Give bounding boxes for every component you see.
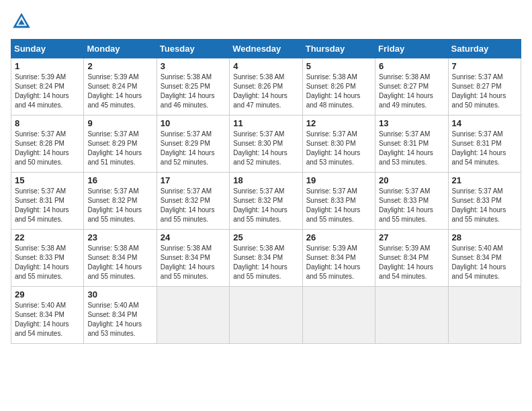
day-info: Sunrise: 5:39 AMSunset: 8:24 PMDaylight:… xyxy=(15,73,80,110)
calendar-day-cell: 4Sunrise: 5:38 AMSunset: 8:26 PMDaylight… xyxy=(230,58,302,116)
calendar-day-cell: 3Sunrise: 5:38 AMSunset: 8:25 PMDaylight… xyxy=(157,58,229,116)
day-number: 14 xyxy=(452,118,517,128)
day-number: 21 xyxy=(452,175,517,185)
day-number: 16 xyxy=(87,175,152,185)
day-info: Sunrise: 5:37 AMSunset: 8:31 PMDaylight:… xyxy=(379,130,444,167)
calendar-day-cell: 8Sunrise: 5:37 AMSunset: 8:28 PMDaylight… xyxy=(11,116,84,173)
day-info: Sunrise: 5:37 AMSunset: 8:29 PMDaylight:… xyxy=(87,130,152,167)
day-number: 10 xyxy=(161,118,226,128)
day-number: 6 xyxy=(379,61,444,71)
day-number: 25 xyxy=(233,232,298,242)
day-number: 20 xyxy=(379,175,444,185)
day-info: Sunrise: 5:37 AMSunset: 8:30 PMDaylight:… xyxy=(306,130,371,167)
calendar-day-cell: 10Sunrise: 5:37 AMSunset: 8:29 PMDayligh… xyxy=(157,116,229,173)
calendar-day-cell: 30Sunrise: 5:40 AMSunset: 8:34 PMDayligh… xyxy=(84,287,157,344)
calendar-day-cell xyxy=(375,287,448,344)
day-number: 15 xyxy=(15,175,80,185)
day-number: 19 xyxy=(306,175,371,185)
day-number: 30 xyxy=(87,289,152,300)
day-info: Sunrise: 5:37 AMSunset: 8:33 PMDaylight:… xyxy=(452,187,517,224)
calendar-week-row: 22Sunrise: 5:38 AMSunset: 8:33 PMDayligh… xyxy=(11,230,521,287)
day-of-week-header: Friday xyxy=(375,40,448,58)
day-number: 18 xyxy=(233,175,298,185)
day-info: Sunrise: 5:37 AMSunset: 8:32 PMDaylight:… xyxy=(87,187,152,224)
calendar-day-cell: 22Sunrise: 5:38 AMSunset: 8:33 PMDayligh… xyxy=(11,230,84,287)
day-number: 22 xyxy=(15,232,80,242)
day-of-week-header: Sunday xyxy=(11,40,84,58)
calendar-header-row: SundayMondayTuesdayWednesdayThursdayFrid… xyxy=(11,40,521,58)
calendar-day-cell xyxy=(157,287,229,344)
day-number: 13 xyxy=(379,118,444,128)
day-number: 8 xyxy=(15,118,80,128)
calendar-day-cell xyxy=(230,287,302,344)
day-info: Sunrise: 5:38 AMSunset: 8:33 PMDaylight:… xyxy=(15,244,80,281)
day-info: Sunrise: 5:39 AMSunset: 8:34 PMDaylight:… xyxy=(306,244,371,281)
calendar-table: SundayMondayTuesdayWednesdayThursdayFrid… xyxy=(11,39,521,344)
calendar-week-row: 8Sunrise: 5:37 AMSunset: 8:28 PMDaylight… xyxy=(11,116,521,173)
day-info: Sunrise: 5:37 AMSunset: 8:30 PMDaylight:… xyxy=(233,130,298,167)
calendar-day-cell: 25Sunrise: 5:38 AMSunset: 8:34 PMDayligh… xyxy=(230,230,302,287)
calendar-day-cell: 13Sunrise: 5:37 AMSunset: 8:31 PMDayligh… xyxy=(375,116,448,173)
day-number: 2 xyxy=(87,61,152,71)
calendar-day-cell: 14Sunrise: 5:37 AMSunset: 8:31 PMDayligh… xyxy=(448,116,521,173)
day-info: Sunrise: 5:37 AMSunset: 8:27 PMDaylight:… xyxy=(452,73,517,110)
day-info: Sunrise: 5:38 AMSunset: 8:34 PMDaylight:… xyxy=(161,244,226,281)
calendar-day-cell: 12Sunrise: 5:37 AMSunset: 8:30 PMDayligh… xyxy=(302,116,375,173)
day-info: Sunrise: 5:37 AMSunset: 8:28 PMDaylight:… xyxy=(15,130,80,167)
calendar-day-cell: 18Sunrise: 5:37 AMSunset: 8:32 PMDayligh… xyxy=(230,173,302,230)
day-info: Sunrise: 5:38 AMSunset: 8:26 PMDaylight:… xyxy=(233,73,298,110)
logo xyxy=(11,11,35,32)
day-of-week-header: Thursday xyxy=(302,40,375,58)
day-info: Sunrise: 5:40 AMSunset: 8:34 PMDaylight:… xyxy=(87,301,152,338)
day-info: Sunrise: 5:38 AMSunset: 8:25 PMDaylight:… xyxy=(161,73,226,110)
day-number: 23 xyxy=(87,232,152,242)
day-info: Sunrise: 5:38 AMSunset: 8:27 PMDaylight:… xyxy=(379,73,444,110)
calendar-day-cell: 21Sunrise: 5:37 AMSunset: 8:33 PMDayligh… xyxy=(448,173,521,230)
day-info: Sunrise: 5:37 AMSunset: 8:33 PMDaylight:… xyxy=(306,187,371,224)
calendar-day-cell: 7Sunrise: 5:37 AMSunset: 8:27 PMDaylight… xyxy=(448,58,521,116)
day-info: Sunrise: 5:38 AMSunset: 8:26 PMDaylight:… xyxy=(306,73,371,110)
calendar-day-cell: 26Sunrise: 5:39 AMSunset: 8:34 PMDayligh… xyxy=(302,230,375,287)
day-info: Sunrise: 5:39 AMSunset: 8:34 PMDaylight:… xyxy=(379,244,444,281)
day-number: 5 xyxy=(306,61,371,71)
calendar-day-cell: 27Sunrise: 5:39 AMSunset: 8:34 PMDayligh… xyxy=(375,230,448,287)
logo-icon xyxy=(11,11,32,32)
calendar-day-cell: 2Sunrise: 5:39 AMSunset: 8:24 PMDaylight… xyxy=(84,58,157,116)
calendar-day-cell: 16Sunrise: 5:37 AMSunset: 8:32 PMDayligh… xyxy=(84,173,157,230)
day-number: 4 xyxy=(233,61,298,71)
calendar-day-cell: 29Sunrise: 5:40 AMSunset: 8:34 PMDayligh… xyxy=(11,287,84,344)
day-info: Sunrise: 5:37 AMSunset: 8:31 PMDaylight:… xyxy=(452,130,517,167)
calendar-day-cell: 5Sunrise: 5:38 AMSunset: 8:26 PMDaylight… xyxy=(302,58,375,116)
calendar-day-cell: 24Sunrise: 5:38 AMSunset: 8:34 PMDayligh… xyxy=(157,230,229,287)
calendar-day-cell: 11Sunrise: 5:37 AMSunset: 8:30 PMDayligh… xyxy=(230,116,302,173)
day-number: 28 xyxy=(452,232,517,242)
day-of-week-header: Monday xyxy=(84,40,157,58)
day-number: 12 xyxy=(306,118,371,128)
calendar-day-cell: 15Sunrise: 5:37 AMSunset: 8:31 PMDayligh… xyxy=(11,173,84,230)
day-info: Sunrise: 5:38 AMSunset: 8:34 PMDaylight:… xyxy=(233,244,298,281)
day-info: Sunrise: 5:38 AMSunset: 8:34 PMDaylight:… xyxy=(87,244,152,281)
calendar-day-cell: 6Sunrise: 5:38 AMSunset: 8:27 PMDaylight… xyxy=(375,58,448,116)
day-number: 1 xyxy=(15,61,80,71)
day-number: 27 xyxy=(379,232,444,242)
day-number: 3 xyxy=(161,61,226,71)
day-info: Sunrise: 5:37 AMSunset: 8:32 PMDaylight:… xyxy=(233,187,298,224)
day-info: Sunrise: 5:37 AMSunset: 8:33 PMDaylight:… xyxy=(379,187,444,224)
day-number: 9 xyxy=(87,118,152,128)
day-of-week-header: Tuesday xyxy=(157,40,229,58)
day-number: 24 xyxy=(161,232,226,242)
day-number: 17 xyxy=(161,175,226,185)
calendar-week-row: 15Sunrise: 5:37 AMSunset: 8:31 PMDayligh… xyxy=(11,173,521,230)
calendar-day-cell: 17Sunrise: 5:37 AMSunset: 8:32 PMDayligh… xyxy=(157,173,229,230)
calendar-week-row: 29Sunrise: 5:40 AMSunset: 8:34 PMDayligh… xyxy=(11,287,521,344)
day-info: Sunrise: 5:37 AMSunset: 8:32 PMDaylight:… xyxy=(161,187,226,224)
calendar-day-cell: 23Sunrise: 5:38 AMSunset: 8:34 PMDayligh… xyxy=(84,230,157,287)
day-number: 29 xyxy=(15,289,80,300)
day-info: Sunrise: 5:37 AMSunset: 8:31 PMDaylight:… xyxy=(15,187,80,224)
calendar-day-cell: 9Sunrise: 5:37 AMSunset: 8:29 PMDaylight… xyxy=(84,116,157,173)
day-info: Sunrise: 5:37 AMSunset: 8:29 PMDaylight:… xyxy=(161,130,226,167)
calendar-day-cell: 28Sunrise: 5:40 AMSunset: 8:34 PMDayligh… xyxy=(448,230,521,287)
day-number: 26 xyxy=(306,232,371,242)
calendar-day-cell: 20Sunrise: 5:37 AMSunset: 8:33 PMDayligh… xyxy=(375,173,448,230)
day-number: 7 xyxy=(452,61,517,71)
